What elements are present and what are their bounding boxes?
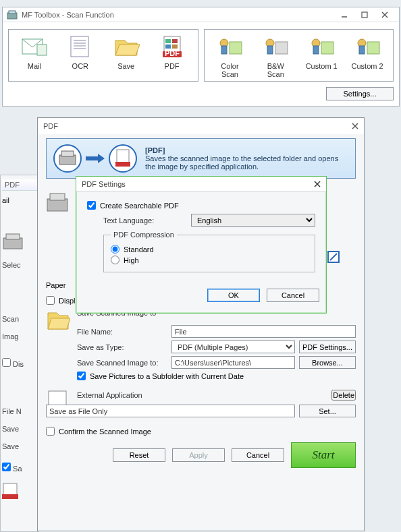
scanner-round-icon <box>53 144 82 173</box>
standard-radio[interactable] <box>111 245 119 254</box>
scanner-icon <box>2 231 25 252</box>
tool-label: Custom 1 <box>301 62 342 70</box>
svg-rect-28 <box>321 42 333 54</box>
folder-icon <box>46 309 70 333</box>
subfolder-checkbox[interactable] <box>77 372 86 380</box>
mail-icon <box>20 34 49 59</box>
save-as-type-label: Save as Type: <box>77 343 167 351</box>
close-button[interactable] <box>375 9 395 21</box>
cancel-button[interactable]: Cancel <box>232 448 284 462</box>
maximize-button[interactable] <box>354 9 375 21</box>
tool-ocr[interactable]: OCR <box>60 34 101 78</box>
tool-label: Save <box>106 62 146 70</box>
tool-mail[interactable]: Mail <box>14 34 55 78</box>
pdf-icon: PDF <box>158 34 186 59</box>
bw-scan-icon <box>261 34 290 59</box>
bg-check2[interactable] <box>2 463 11 471</box>
tool-label: Mail <box>14 62 55 70</box>
pdf-settings-title: PDF Settings <box>82 180 126 188</box>
pdf-settings-dialog: PDF Settings Create Searchable PDF Text … <box>76 176 327 314</box>
svg-rect-27 <box>313 46 319 54</box>
file-name-input[interactable] <box>171 325 356 338</box>
high-label: High <box>124 256 139 264</box>
start-button[interactable]: Start <box>291 442 356 468</box>
bg-save: Save <box>2 425 37 433</box>
reset-button[interactable]: Reset <box>113 448 165 462</box>
pdf-round-icon <box>109 144 137 173</box>
svg-rect-17 <box>172 45 178 49</box>
svg-rect-43 <box>115 162 130 167</box>
bg-select: Selec <box>2 261 37 269</box>
svg-rect-8 <box>71 36 88 57</box>
ext-app-label: External Application <box>77 391 331 399</box>
cancel-button[interactable]: Cancel <box>267 289 319 302</box>
pdf-header: [PDF] Saves the scanned image to the sel… <box>46 138 356 179</box>
tool-bw-scan[interactable]: B&W Scan <box>255 34 296 78</box>
ocr-icon <box>66 34 95 59</box>
svg-rect-35 <box>2 494 18 499</box>
bg-filen: File N <box>2 407 37 415</box>
searchable-label: Create Searchable PDF <box>100 202 179 210</box>
svg-rect-34 <box>3 483 17 496</box>
file-name-label: File Name: <box>77 328 167 336</box>
bg-ail: ail <box>2 196 37 204</box>
svg-rect-30 <box>359 46 365 54</box>
svg-rect-21 <box>221 46 227 54</box>
tool-label: OCR <box>60 62 101 70</box>
pdf-settings-button[interactable]: PDF Settings... <box>299 341 356 353</box>
display-driver-checkbox[interactable] <box>46 296 55 305</box>
bg-decor-icon <box>327 251 341 264</box>
tool-save[interactable]: Save <box>106 34 146 78</box>
svg-rect-24 <box>267 46 273 54</box>
searchable-checkbox[interactable] <box>87 201 96 210</box>
confirm-label: Confirm the Scanned Image <box>59 427 151 436</box>
tool-color-scan[interactable]: Color Scan <box>209 34 250 78</box>
svg-rect-25 <box>275 42 288 54</box>
svg-rect-7 <box>37 45 47 55</box>
text-lang-label: Text Language: <box>103 216 184 225</box>
settings-button[interactable]: Settings... <box>326 87 394 100</box>
high-radio[interactable] <box>111 256 119 264</box>
close-icon[interactable] <box>352 123 358 129</box>
minimize-button[interactable] <box>334 9 354 21</box>
tool-custom2[interactable]: Custom 2 <box>347 34 387 78</box>
save-to-input[interactable] <box>171 356 295 369</box>
browse-button[interactable]: Browse... <box>299 356 356 369</box>
tool-custom1[interactable]: Custom 1 <box>301 34 342 78</box>
close-icon[interactable] <box>314 181 321 187</box>
tool-pdf[interactable]: PDF PDF <box>152 34 192 78</box>
tool-group-custom: Color Scan B&W Scan Custom 1 Custom 2 <box>204 29 394 82</box>
set-button[interactable]: Set... <box>299 405 356 417</box>
svg-text:PDF: PDF <box>165 49 180 57</box>
scanner-icon <box>46 191 70 215</box>
bg-scan: Scan <box>2 315 37 323</box>
tool-label: Color Scan <box>209 62 250 78</box>
bg-check[interactable] <box>2 358 11 367</box>
app-input[interactable] <box>46 405 295 417</box>
svg-rect-40 <box>61 151 74 156</box>
ok-button[interactable]: OK <box>207 289 260 302</box>
tool-label: Custom 2 <box>347 62 387 70</box>
confirm-checkbox[interactable] <box>46 427 55 436</box>
mf-toolbox-window: MF Toolbox - Scan Function Mail OCR Save <box>2 7 400 107</box>
standard-label: Standard <box>124 245 154 254</box>
save-as-type-select[interactable]: PDF (Multiple Pages) <box>171 341 295 353</box>
svg-rect-22 <box>230 42 242 54</box>
custom2-icon <box>353 34 381 59</box>
text-lang-select[interactable]: English <box>191 214 315 227</box>
delete-button[interactable]: Delete <box>331 390 356 401</box>
tool-group-scan-to: Mail OCR Save PDF PDF <box>8 29 198 82</box>
pdf-small-icon <box>2 482 20 500</box>
pdf-settings-titlebar[interactable]: PDF Settings <box>76 177 326 191</box>
titlebar[interactable]: MF Toolbox - Scan Function <box>3 7 399 22</box>
pdf-header-desc: Saves the scanned image to the selected … <box>145 154 348 171</box>
app-icon <box>7 9 18 20</box>
custom1-icon <box>307 34 336 59</box>
save-folder-icon <box>112 34 140 59</box>
svg-rect-1 <box>9 11 16 13</box>
svg-rect-14 <box>165 39 171 43</box>
svg-rect-16 <box>165 45 171 49</box>
apply-button[interactable]: Apply <box>172 448 225 462</box>
pdf-titlebar[interactable]: PDF <box>38 118 364 134</box>
svg-rect-42 <box>117 150 129 163</box>
